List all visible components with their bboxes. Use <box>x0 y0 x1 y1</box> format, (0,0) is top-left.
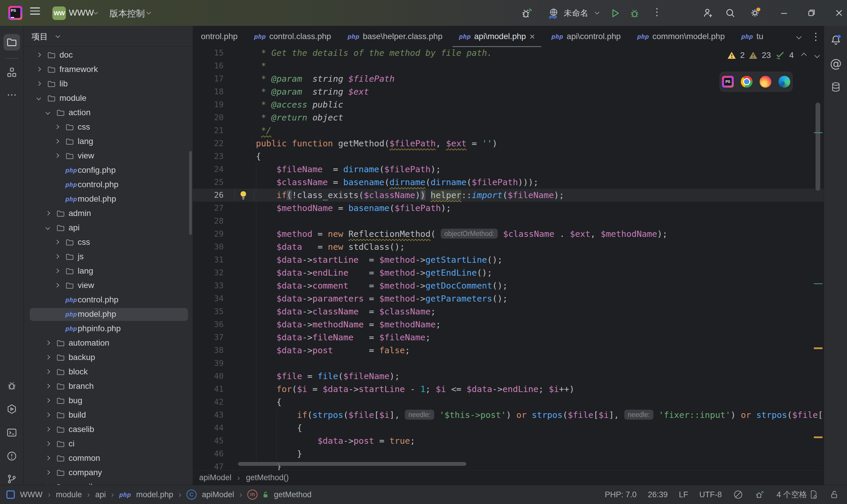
tree-item[interactable]: automation <box>24 337 193 350</box>
line-number[interactable]: 47 <box>193 460 224 470</box>
line-number[interactable]: 21 <box>193 124 224 137</box>
editor-vertical-scrollbar[interactable] <box>815 103 820 191</box>
tab-close-icon[interactable]: × <box>530 32 535 41</box>
chevron-icon[interactable] <box>46 427 50 432</box>
line-number[interactable]: 30 <box>193 240 224 253</box>
tree-item[interactable]: js <box>24 250 193 264</box>
line-number[interactable]: 35 <box>193 305 224 318</box>
line-number[interactable]: 31 <box>193 253 224 266</box>
structure-toolwindow-button[interactable] <box>3 64 20 80</box>
tab-list-chevron-icon[interactable] <box>796 34 801 39</box>
chevron-icon[interactable] <box>55 154 59 158</box>
line-number[interactable]: 39 <box>193 357 224 370</box>
line-number[interactable]: 40 <box>193 370 224 383</box>
project-toolwindow-button[interactable] <box>3 34 20 51</box>
tree-item[interactable]: bug <box>24 394 193 408</box>
tree-item[interactable]: phpmodel.php <box>24 308 193 321</box>
status-project[interactable]: WWW <box>20 490 42 499</box>
line-number[interactable]: 41 <box>193 383 224 396</box>
chevron-icon[interactable] <box>55 240 59 245</box>
chevron-icon[interactable] <box>55 283 59 288</box>
editor-tab[interactable]: phpcontrol.class.php <box>246 26 340 47</box>
chevron-icon[interactable] <box>46 384 50 389</box>
chevron-icon[interactable] <box>46 211 50 216</box>
main-menu-icon[interactable] <box>30 5 40 17</box>
restore-button[interactable] <box>806 7 817 18</box>
line-number[interactable]: 33 <box>193 279 224 292</box>
tree-item[interactable]: view <box>24 149 193 163</box>
close-button[interactable] <box>834 7 844 18</box>
chevron-icon[interactable] <box>46 442 50 446</box>
tree-item[interactable]: css <box>24 121 193 134</box>
line-number[interactable]: 29 <box>193 228 224 240</box>
phpstorm-preview-icon[interactable]: PS <box>722 76 734 88</box>
services-toolwindow-button[interactable] <box>3 401 20 417</box>
run-button[interactable] <box>609 7 621 19</box>
php-version-widget[interactable]: PHP: 7.0 <box>605 490 637 499</box>
line-number[interactable]: 18 <box>193 85 224 98</box>
project-chevron-icon[interactable] <box>93 10 98 15</box>
chevron-icon[interactable] <box>46 110 50 115</box>
tab-options-icon[interactable]: ⋮ <box>811 31 821 42</box>
caret-position-widget[interactable]: 26:39 <box>648 490 668 499</box>
chevron-icon[interactable] <box>46 355 50 360</box>
chevron-icon[interactable] <box>36 67 41 72</box>
line-number[interactable]: 42 <box>193 396 224 409</box>
chevron-icon[interactable] <box>46 398 50 403</box>
tree-item[interactable]: branch <box>24 380 193 393</box>
edge-icon[interactable] <box>778 76 790 88</box>
status-method[interactable]: getMethod <box>274 490 312 499</box>
line-number[interactable]: 19 <box>193 98 224 111</box>
panel-title-chevron-icon[interactable] <box>56 34 60 38</box>
stripe-mark[interactable] <box>814 347 823 349</box>
editor-horizontal-scrollbar[interactable] <box>238 462 466 466</box>
tree-item[interactable]: lang <box>24 135 193 148</box>
line-number[interactable]: 34 <box>193 292 224 305</box>
unlock-icon[interactable] <box>829 490 839 500</box>
chevron-icon[interactable] <box>46 370 50 374</box>
tree-item[interactable]: api <box>24 221 193 235</box>
chevron-icon[interactable] <box>46 470 50 475</box>
tree-item[interactable]: company <box>24 466 193 480</box>
tree-item[interactable]: lib <box>24 77 193 91</box>
chevron-icon[interactable] <box>36 53 41 57</box>
line-ending-widget[interactable]: LF <box>679 490 688 499</box>
tree-item[interactable]: module <box>24 92 193 105</box>
run-config-php-icon[interactable]: php <box>548 7 559 19</box>
highlight-off-icon[interactable] <box>733 489 743 500</box>
tree-item[interactable]: ci <box>24 437 193 451</box>
line-number[interactable]: 45 <box>193 434 224 447</box>
tree-item[interactable]: doc <box>24 49 193 62</box>
tree-item[interactable]: common <box>24 452 193 465</box>
run-config-name[interactable]: 未命名 <box>564 7 588 19</box>
chevron-icon[interactable] <box>36 96 41 101</box>
status-module[interactable]: module <box>56 490 82 499</box>
editor-tab[interactable]: phpcommon\model.php <box>629 26 733 47</box>
breadcrumb-method[interactable]: getMethod() <box>246 473 289 482</box>
tree-item[interactable]: phpconfig.php <box>24 164 193 177</box>
tree-item[interactable]: admin <box>24 207 193 220</box>
chevron-icon[interactable] <box>55 125 59 129</box>
line-number[interactable]: 15 <box>193 47 224 59</box>
chevron-icon[interactable] <box>46 341 50 345</box>
tree-item[interactable]: caselib <box>24 423 193 436</box>
line-number[interactable]: 32 <box>193 266 224 279</box>
line-number[interactable]: 28 <box>193 215 224 228</box>
project-panel-title[interactable]: 项目 <box>32 31 48 42</box>
line-number[interactable]: 37 <box>193 331 224 344</box>
line-number[interactable]: 20 <box>193 111 224 124</box>
tree-item[interactable]: phpphpinfo.php <box>24 322 193 336</box>
terminal-toolwindow-button[interactable] <box>3 425 20 441</box>
problems-toolwindow-button[interactable] <box>3 448 20 464</box>
profiler-status-icon[interactable] <box>755 489 765 500</box>
project-avatar[interactable]: WW <box>52 6 66 20</box>
tree-item[interactable]: backup <box>24 351 193 364</box>
status-file[interactable]: model.php <box>136 490 173 499</box>
encoding-widget[interactable]: UTF-8 <box>699 490 722 499</box>
stripe-mark[interactable] <box>814 132 823 133</box>
more-actions-icon[interactable]: ⋮ <box>652 6 662 17</box>
prev-problem-icon[interactable] <box>801 53 807 58</box>
line-number[interactable]: 23 <box>193 150 224 163</box>
run-config-chevron-icon[interactable] <box>595 10 600 15</box>
next-problem-icon[interactable] <box>814 53 820 58</box>
